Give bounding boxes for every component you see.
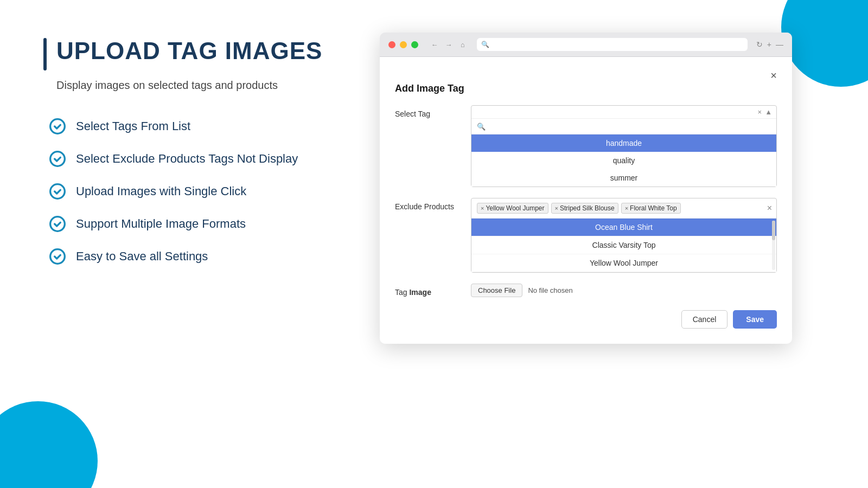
title-accent-bar bbox=[43, 38, 47, 70]
left-panel: UPLOAD TAG IMAGES Display images on sele… bbox=[43, 33, 347, 280]
exclude-products-row: Exclude Products × Yellow Wool Jumper × bbox=[395, 198, 777, 273]
chip-yellow-wool[interactable]: × Yellow Wool Jumper bbox=[477, 203, 548, 214]
exclude-option-yellow[interactable]: Yellow Wool Jumper bbox=[471, 254, 776, 272]
chip-striped-silk-remove[interactable]: × bbox=[555, 205, 558, 211]
feature-label-1: Select Tags From List bbox=[76, 119, 190, 133]
check-icon-4 bbox=[49, 215, 66, 233]
chip-striped-silk-label: Striped Silk Blouse bbox=[560, 204, 615, 212]
chip-floral-white-label: Floral White Top bbox=[630, 204, 676, 212]
reload-button[interactable]: ↻ bbox=[756, 40, 763, 49]
feature-item-2: Select Exclude Products Tags Not Display bbox=[49, 150, 347, 168]
browser-window: ← → ⌂ 🔍 ↻ + ― × Add Image Tag bbox=[380, 33, 792, 344]
right-panel: ← → ⌂ 🔍 ↻ + ― × Add Image Tag bbox=[347, 33, 825, 344]
modal-footer: Cancel Save bbox=[395, 310, 777, 329]
exclude-option-ocean[interactable]: Ocean Blue Shirt bbox=[471, 219, 776, 236]
tag-search-row: 🔍 bbox=[471, 119, 776, 134]
modal-close-button[interactable]: × bbox=[770, 70, 777, 81]
tag-image-label-bold: Image bbox=[409, 288, 431, 297]
check-icon-5 bbox=[49, 248, 66, 265]
exclude-clear-button[interactable]: × bbox=[767, 203, 772, 213]
traffic-light-green[interactable] bbox=[411, 41, 418, 48]
modal-close-row: × bbox=[395, 70, 777, 81]
chip-yellow-wool-label: Yellow Wool Jumper bbox=[486, 204, 544, 212]
select-tag-label: Select Tag bbox=[395, 105, 471, 118]
exclude-tags-row: × Yellow Wool Jumper × Striped Silk Blou… bbox=[471, 198, 776, 219]
feature-item-3: Upload Images with Single Click bbox=[49, 183, 347, 200]
expand-tag-button[interactable]: ▲ bbox=[765, 108, 772, 116]
feature-label-4: Support Multiple Image Formats bbox=[76, 217, 246, 231]
check-icon-2 bbox=[49, 150, 66, 168]
feature-item-5: Easy to Save all Settings bbox=[49, 248, 347, 265]
choose-file-button[interactable]: Choose File bbox=[471, 284, 522, 297]
traffic-light-red[interactable] bbox=[388, 41, 395, 48]
address-search-icon: 🔍 bbox=[481, 41, 489, 48]
browser-titlebar: ← → ⌂ 🔍 ↻ + ― bbox=[380, 33, 792, 57]
tag-image-control: Choose File No file chosen bbox=[471, 284, 777, 297]
no-file-text: No file chosen bbox=[528, 286, 572, 294]
chip-yellow-wool-remove[interactable]: × bbox=[481, 205, 484, 211]
tag-image-label-text: Tag bbox=[395, 288, 409, 297]
feature-item-1: Select Tags From List bbox=[49, 118, 347, 135]
cancel-button[interactable]: Cancel bbox=[681, 310, 728, 329]
browser-actions: ↻ + ― bbox=[756, 40, 783, 49]
modal-title: Add Image Tag bbox=[395, 83, 777, 94]
traffic-light-yellow[interactable] bbox=[400, 41, 407, 48]
exclude-scroll-track bbox=[772, 221, 775, 270]
home-button[interactable]: ⌂ bbox=[457, 39, 468, 50]
feature-label-3: Upload Images with Single Click bbox=[76, 184, 246, 198]
exclude-products-control: × Yellow Wool Jumper × Striped Silk Blou… bbox=[471, 198, 777, 273]
select-tag-control: × ▲ 🔍 handmade quality summer bbox=[471, 105, 777, 187]
page-subtitle: Display images on selected tags and prod… bbox=[56, 79, 347, 92]
clear-tag-button[interactable]: × bbox=[758, 108, 762, 116]
select-tag-wrapper[interactable]: × ▲ 🔍 handmade quality summer bbox=[471, 105, 777, 187]
tag-option-summer[interactable]: summer bbox=[471, 169, 776, 187]
forward-button[interactable]: → bbox=[443, 39, 454, 50]
back-button[interactable]: ← bbox=[429, 39, 440, 50]
feature-item-4: Support Multiple Image Formats bbox=[49, 215, 347, 233]
tag-option-quality[interactable]: quality bbox=[471, 152, 776, 169]
new-tab-button[interactable]: + bbox=[767, 40, 771, 49]
page-title: UPLOAD TAG IMAGES bbox=[56, 38, 322, 64]
tag-image-label: Tag Image bbox=[395, 284, 471, 297]
tag-search-icon: 🔍 bbox=[477, 123, 486, 131]
exclude-option-classic[interactable]: Classic Varsity Top bbox=[471, 236, 776, 254]
chip-striped-silk[interactable]: × Striped Silk Blouse bbox=[551, 203, 618, 214]
feature-label-5: Easy to Save all Settings bbox=[76, 249, 208, 264]
modal-area: × Add Image Tag Select Tag × ▲ 🔍 bbox=[380, 57, 792, 344]
check-icon-3 bbox=[49, 183, 66, 200]
exclude-products-label: Exclude Products bbox=[395, 198, 471, 211]
save-button[interactable]: Save bbox=[733, 310, 777, 329]
exclude-dropdown-wrapper: Ocean Blue Shirt Classic Varsity Top Yel… bbox=[471, 219, 776, 272]
title-wrapper: UPLOAD TAG IMAGES bbox=[43, 38, 347, 70]
exclude-scroll-thumb[interactable] bbox=[772, 221, 775, 240]
feature-list: Select Tags From List Select Exclude Pro… bbox=[49, 118, 347, 265]
tag-image-row: Tag Image Choose File No file chosen bbox=[395, 284, 777, 297]
browser-address-bar[interactable]: 🔍 bbox=[477, 38, 748, 51]
select-tag-top: × ▲ bbox=[471, 106, 776, 119]
check-icon-1 bbox=[49, 118, 66, 135]
feature-label-2: Select Exclude Products Tags Not Display bbox=[76, 152, 298, 166]
tag-option-handmade[interactable]: handmade bbox=[471, 134, 776, 152]
minimize-button[interactable]: ― bbox=[776, 40, 783, 49]
chip-floral-white-remove[interactable]: × bbox=[625, 205, 628, 211]
file-input-row: Choose File No file chosen bbox=[471, 284, 777, 297]
chip-floral-white[interactable]: × Floral White Top bbox=[621, 203, 681, 214]
exclude-wrapper: × Yellow Wool Jumper × Striped Silk Blou… bbox=[471, 198, 777, 273]
select-tag-row: Select Tag × ▲ 🔍 handmade bbox=[395, 105, 777, 187]
tag-search-input[interactable] bbox=[489, 122, 771, 131]
browser-nav: ← → ⌂ bbox=[429, 39, 468, 50]
